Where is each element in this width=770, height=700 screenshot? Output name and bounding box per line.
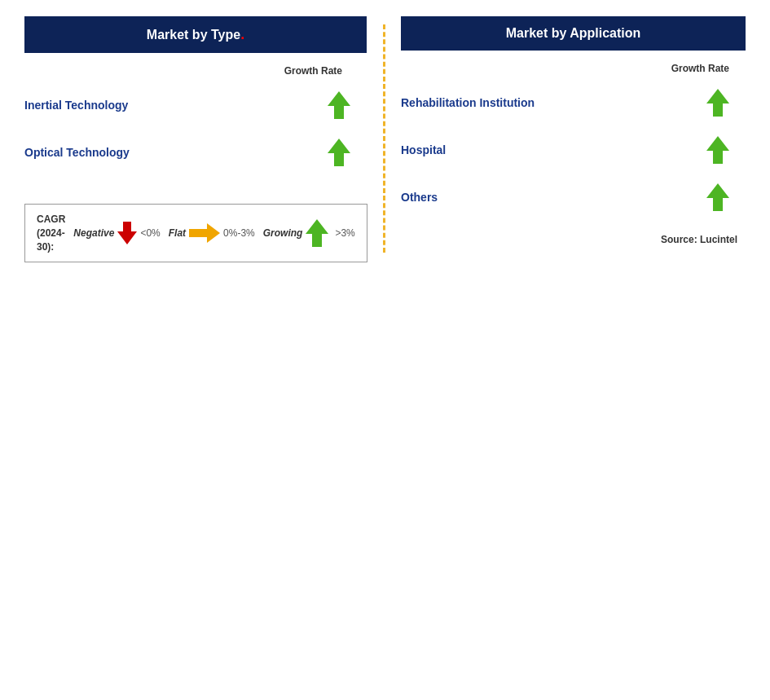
optical-arrow-body: [334, 153, 344, 166]
source-text: Source: Lucintel: [401, 234, 746, 245]
legend-negative: Negative <0%: [73, 222, 160, 244]
inertial-label: Inertial Technology: [24, 99, 128, 112]
optical-label: Optical Technology: [24, 146, 130, 159]
hospital-arrow-head: [706, 136, 729, 151]
hospital-arrow-body: [713, 151, 723, 164]
others-arrow: [706, 183, 729, 211]
inertial-arrow-head: [328, 91, 350, 106]
hospital-arrow: [706, 136, 729, 164]
growing-arrow: [306, 219, 328, 247]
market-row-rehab: Rehabilitation Institution: [401, 82, 746, 123]
red-dot: .: [240, 26, 244, 42]
inertial-arrow-body: [334, 106, 344, 119]
right-growth-rate-label: Growth Rate: [401, 63, 746, 74]
left-panel: Market by Type. Growth Rate Inertial Tec…: [24, 16, 367, 262]
flat-arrow: [189, 223, 220, 243]
main-container: Market by Type. Growth Rate Inertial Tec…: [0, 0, 770, 279]
rehab-arrow: [706, 89, 729, 117]
left-growth-rate-label: Growth Rate: [24, 65, 367, 77]
market-row-hospital: Hospital: [401, 130, 746, 170]
rehab-arrow-body: [713, 103, 723, 117]
negative-range: <0%: [140, 227, 160, 239]
market-row-inertial: Inertial Technology: [24, 85, 367, 125]
others-label: Others: [401, 191, 438, 204]
divider: [383, 16, 385, 262]
dashed-line: [383, 24, 385, 253]
legend-box: CAGR (2024-30): Negative <0% Flat 0%-3%: [24, 204, 367, 262]
market-row-others: Others: [401, 177, 746, 218]
rehab-label: Rehabilitation Institution: [401, 96, 535, 109]
legend-growing: Growing >3%: [263, 219, 355, 247]
flat-label: Flat: [169, 227, 186, 239]
optical-arrow: [328, 139, 350, 166]
negative-arrow: [117, 222, 137, 244]
left-header-title: Market by Type: [147, 28, 240, 42]
cagr-label: CAGR (2024-30):: [37, 213, 65, 253]
legend-flat: Flat 0%-3%: [169, 223, 255, 243]
growing-range: >3%: [335, 227, 354, 239]
left-panel-header: Market by Type.: [24, 16, 367, 53]
flat-range: 0%-3%: [223, 227, 255, 239]
right-panel-header: Market by Application: [401, 16, 746, 51]
hospital-label: Hospital: [401, 143, 446, 156]
optical-arrow-head: [328, 139, 350, 153]
right-panel: Market by Application Growth Rate Rehabi…: [401, 16, 746, 262]
inertial-arrow: [328, 91, 350, 119]
others-arrow-body: [713, 198, 723, 211]
rehab-arrow-head: [706, 89, 729, 103]
growing-label: Growing: [263, 227, 303, 239]
others-arrow-head: [706, 183, 729, 198]
market-row-optical: Optical Technology: [24, 132, 367, 173]
negative-label: Negative: [73, 227, 114, 239]
right-header-title: Market by Application: [506, 26, 641, 40]
